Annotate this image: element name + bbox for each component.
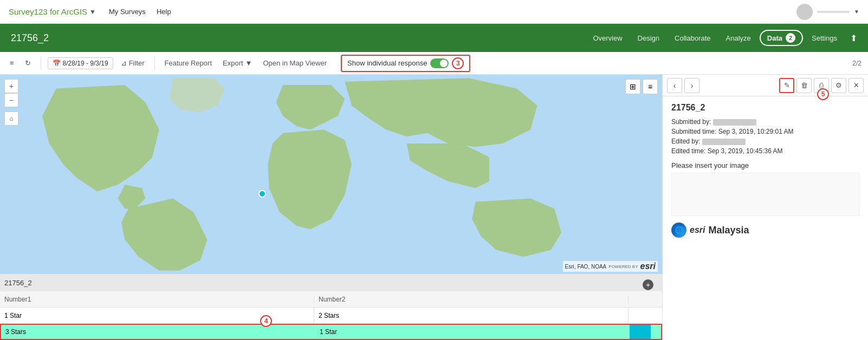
filter-label: Filter: [129, 59, 145, 67]
help-link[interactable]: Help: [157, 8, 171, 16]
open-map-viewer-btn[interactable]: Open in Map Viewer: [260, 57, 330, 69]
export-btn[interactable]: Export ▼: [219, 57, 255, 69]
sidebar-content: 21756_2 Submitted by: Submitted time: Se…: [663, 96, 868, 340]
badge-4-container: 4: [260, 315, 272, 327]
table-column-headers: Number1 Number2: [0, 291, 662, 308]
delete-record-btn[interactable]: 🗑: [796, 78, 812, 93]
powered-by-text: POWERED BY: [608, 264, 638, 269]
settings-btn[interactable]: ⚙: [831, 78, 846, 93]
close-panel-btn[interactable]: ✕: [848, 78, 864, 93]
header-nav: Overview Design Collaborate Analyze Data…: [586, 30, 857, 46]
cell-row2-col2: 1 Star: [315, 325, 630, 339]
brand-dropdown-arrow[interactable]: ▼: [89, 8, 96, 16]
top-navigation: Survey123 for ArcGIS ▼ My Surveys Help ▼: [0, 0, 868, 24]
delete-icon: 🗑: [801, 81, 808, 89]
layers-icon: ≡: [648, 82, 652, 91]
date-range-text: 8/28/19 - 9/3/19: [63, 60, 108, 67]
nav-data[interactable]: Data 2: [760, 30, 803, 46]
edit-record-btn[interactable]: ✎: [779, 78, 794, 93]
submitted-time-field: Submitted time: Sep 3, 2019, 10:29:01 AM: [671, 128, 859, 135]
menu-icon: ≡: [10, 59, 14, 67]
edited-time-field: Edited time: Sep 3, 2019, 10:45:36 AM: [671, 147, 859, 155]
zoom-out-btn[interactable]: −: [4, 93, 18, 107]
badge-4: 4: [260, 315, 272, 327]
edited-by-value-blur: [702, 139, 746, 145]
cell-row1-col2: 2 Stars: [314, 308, 629, 323]
edit-pencil-icon: ✎: [784, 81, 790, 89]
badge-5: 5: [817, 88, 829, 100]
image-label: Please insert your image: [671, 161, 859, 169]
main-toolbar: ≡ ↻ 📅 8/28/19 - 9/3/19 ⊿ Filter Feature …: [0, 52, 868, 75]
user-label: [817, 11, 850, 13]
prev-record-btn[interactable]: ‹: [667, 78, 682, 93]
refresh-btn[interactable]: ↻: [22, 57, 34, 69]
nav-settings[interactable]: Settings: [805, 31, 844, 45]
page-indicator: 2/2: [852, 60, 861, 67]
esri-malaysia-logo: 🌐 esri Malaysia: [671, 223, 859, 238]
date-range-filter[interactable]: 📅 8/28/19 - 9/3/19: [48, 57, 113, 69]
image-placeholder: [671, 173, 859, 216]
divider-2: [154, 57, 155, 70]
menu-btn[interactable]: ≡: [7, 57, 17, 69]
main-area: + − ⌂ ⊞ ≡ Esri, FAO, NOAA POWERED BY esr…: [0, 75, 868, 340]
brand-text: Survey123 for ArcGIS: [9, 7, 87, 16]
map-controls-left: + − ⌂: [4, 79, 18, 126]
badge-5-container: 5: [817, 88, 829, 100]
avatar: [796, 4, 813, 20]
nav-collaborate[interactable]: Collaborate: [668, 31, 717, 45]
sidebar-toolbar: Edit this record ‹ › ✎ 5 🗑 ⎙ ⚙: [663, 75, 868, 96]
settings-icon: ⚙: [835, 81, 842, 89]
nav-design[interactable]: Design: [631, 31, 666, 45]
map-section: + − ⌂ ⊞ ≡ Esri, FAO, NOAA POWERED BY esr…: [0, 75, 662, 340]
esri-text: esri: [690, 225, 705, 235]
badge-3: 3: [452, 57, 464, 69]
submitted-by-value-blur: [713, 119, 756, 126]
map-marker: [258, 190, 266, 198]
filter-btn[interactable]: ⊿ Filter: [118, 57, 148, 69]
top-nav-right: ▼: [796, 4, 859, 20]
zoom-in-btn[interactable]: +: [4, 79, 18, 93]
record-title: 21756_2: [671, 103, 859, 113]
feature-report-btn[interactable]: Feature Report: [161, 57, 215, 69]
user-dropdown-arrow[interactable]: ▼: [854, 9, 859, 15]
globe-icon: 🌐: [671, 223, 686, 238]
close-icon: ✕: [853, 81, 859, 89]
divider-1: [41, 57, 41, 70]
show-individual-toggle[interactable]: Show individual response 3: [341, 55, 470, 72]
table-tab-container: 21756_2 +: [0, 274, 662, 291]
survey-title: 21756_2: [11, 32, 49, 44]
layers-btn[interactable]: ≡: [643, 79, 658, 94]
calendar-icon: 📅: [53, 60, 61, 67]
table-tab-label: 21756_2: [4, 279, 32, 287]
toggle-switch[interactable]: [430, 58, 449, 68]
table-row-selected[interactable]: 3 Stars 1 Star: [0, 324, 662, 340]
edited-by-field: Edited by:: [671, 138, 859, 145]
map-attribution: Esri, FAO, NOAA POWERED BY esri: [563, 261, 658, 272]
data-badge-2: 2: [786, 33, 795, 43]
sidebar-panel: Edit this record ‹ › ✎ 5 🗑 ⎙ ⚙: [662, 75, 868, 340]
col-header-number1: Number1: [0, 296, 314, 303]
malaysia-text: Malaysia: [708, 225, 749, 236]
attribution-text: Esri, FAO, NOAA: [565, 264, 607, 270]
cell-row2-extra: [630, 325, 651, 339]
share-icon[interactable]: ⬆: [850, 33, 857, 43]
export-arrow-icon: ▼: [245, 59, 252, 67]
nav-overview[interactable]: Overview: [586, 31, 629, 45]
nav-analyze[interactable]: Analyze: [720, 31, 757, 45]
grid-icon: ⊞: [630, 82, 636, 91]
green-header: 21756_2 Overview Design Collaborate Anal…: [0, 24, 868, 52]
home-btn[interactable]: ⌂: [4, 112, 18, 126]
next-record-btn[interactable]: ›: [684, 78, 699, 93]
table-rows-container: 4 1 Star 2 Stars 3 Stars: [0, 308, 662, 340]
top-nav-links: My Surveys Help: [109, 8, 171, 16]
my-surveys-link[interactable]: My Surveys: [109, 8, 146, 16]
brand-logo[interactable]: Survey123 for ArcGIS ▼: [9, 7, 96, 16]
show-individual-label: Show individual response: [347, 59, 427, 67]
refresh-icon: ↻: [25, 59, 31, 67]
table-row[interactable]: 1 Star 2 Stars: [0, 308, 662, 324]
map-container[interactable]: + − ⌂ ⊞ ≡ Esri, FAO, NOAA POWERED BY esr…: [0, 75, 662, 274]
table-tab[interactable]: 21756_2: [0, 274, 662, 291]
grid-view-btn[interactable]: ⊞: [625, 79, 640, 94]
filter-icon: ⊿: [121, 59, 127, 67]
add-column-btn[interactable]: +: [643, 279, 653, 290]
